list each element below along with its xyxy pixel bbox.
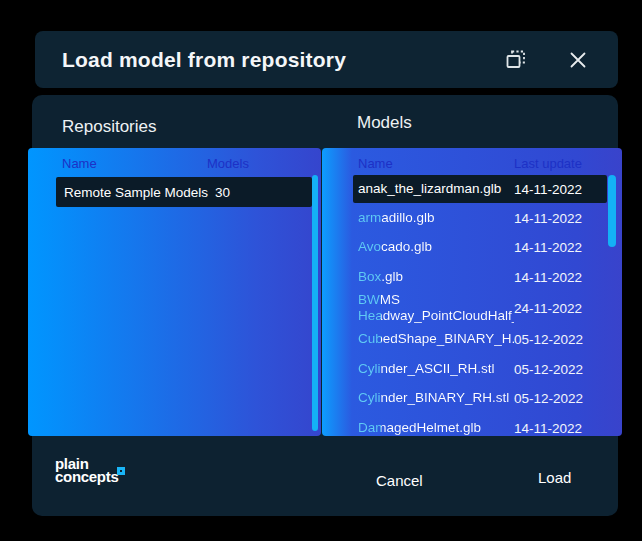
model-name: Avocado.glb: [358, 239, 514, 256]
model-last-update: 24-11-2022: [514, 301, 582, 316]
model-name: BWMS Headway_PointCloudHalf_...: [358, 292, 514, 325]
model-row[interactable]: Cylinder_ASCII_RH.stl 05-12-2022: [322, 354, 622, 384]
model-last-update: 05-12-2022: [514, 332, 583, 347]
logo-line2-text: concepts: [55, 468, 118, 485]
model-row[interactable]: Cylinder_BINARY_RH.stl 05-12-2022: [322, 384, 622, 414]
close-button[interactable]: [568, 50, 588, 70]
repositories-table: Name Models Remote Sample Models 30: [28, 148, 321, 436]
repository-model-count: 30: [215, 185, 230, 200]
repository-row[interactable]: Remote Sample Models 30: [56, 177, 312, 207]
model-name: Cylinder_BINARY_RH.stl: [358, 390, 514, 407]
restore-window-button[interactable]: [504, 48, 528, 72]
model-last-update: 14-11-2022: [514, 210, 582, 225]
model-name: Box.glb: [358, 269, 514, 286]
models-column-last-update: Last update: [514, 156, 582, 171]
models-column-name: Name: [358, 156, 393, 171]
model-row[interactable]: armadillo.glb 14-11-2022: [322, 203, 622, 233]
model-name: DamagedHelmet.glb: [358, 420, 514, 437]
model-row[interactable]: Avocado.glb 14-11-2022: [322, 233, 622, 263]
repositories-scrollbar[interactable]: [312, 175, 318, 431]
model-name: armadillo.glb: [358, 210, 514, 227]
models-table: Name Last update anak_the_lizardman.glb …: [322, 148, 622, 436]
model-name: CubedShape_BINARY_H.stl: [358, 331, 514, 348]
model-row[interactable]: CubedShape_BINARY_H.stl 05-12-2022: [322, 325, 622, 355]
repositories-column-models: Models: [207, 156, 249, 171]
models-list: anak_the_lizardman.glb 14-11-2022 armadi…: [322, 175, 622, 436]
model-last-update: 14-11-2022: [514, 420, 582, 435]
model-last-update: 14-11-2022: [514, 182, 582, 197]
repository-name: Remote Sample Models: [56, 185, 208, 200]
model-row[interactable]: DamagedHelmet.glb 14-11-2022: [322, 413, 622, 436]
logo-square-icon: [117, 467, 125, 475]
model-last-update: 05-12-2022: [514, 391, 583, 406]
restore-window-icon: [504, 60, 528, 75]
model-row[interactable]: BWMS Headway_PointCloudHalf_... 24-11-20…: [322, 292, 622, 325]
model-last-update: 14-11-2022: [514, 269, 582, 284]
model-row[interactable]: Box.glb 14-11-2022: [322, 262, 622, 292]
repositories-heading: Repositories: [62, 117, 157, 137]
dialog-titlebar: Load model from repository: [35, 31, 618, 88]
load-button[interactable]: Load: [528, 463, 581, 492]
cancel-button[interactable]: Cancel: [366, 466, 433, 495]
repositories-table-header: Name Models: [28, 148, 321, 175]
models-scrollbar[interactable]: [608, 175, 616, 247]
model-last-update: 14-11-2022: [514, 240, 582, 255]
dialog-title: Load model from repository: [62, 48, 346, 72]
close-icon: [568, 58, 588, 73]
plain-concepts-logo: plain concepts: [55, 458, 118, 483]
model-row[interactable]: anak_the_lizardman.glb 14-11-2022: [353, 175, 607, 203]
models-heading: Models: [357, 113, 412, 133]
model-last-update: 05-12-2022: [514, 361, 583, 376]
model-name: Cylinder_ASCII_RH.stl: [358, 361, 514, 378]
models-table-header: Name Last update: [322, 148, 622, 175]
repositories-column-name: Name: [62, 156, 97, 171]
model-name: anak_the_lizardman.glb: [358, 181, 514, 198]
